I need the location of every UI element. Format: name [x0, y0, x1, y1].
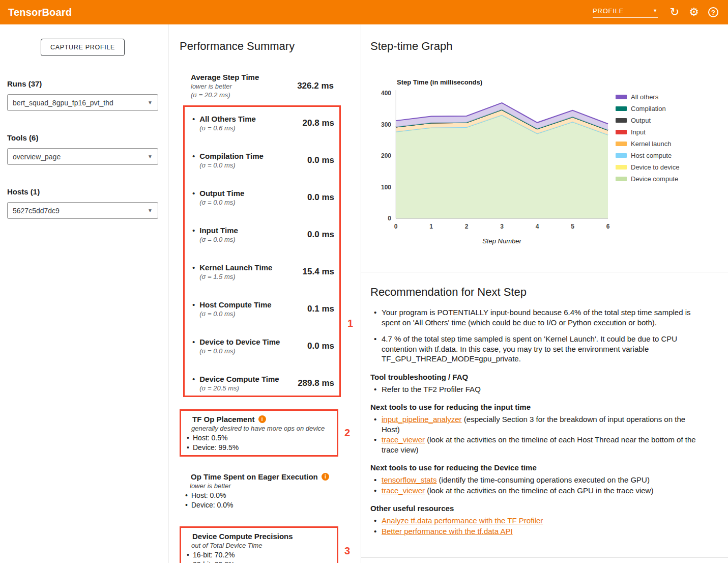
tf-op-placement-box: TF Op Placement i generally desired to h… [180, 409, 338, 457]
bullet: • [192, 114, 195, 132]
metric-row: • All Others Time (σ = 0.6 ms) 20.8 ms [191, 114, 334, 132]
metric-sigma: (σ = 20.2 ms) [191, 91, 259, 99]
metric-value: 0.0 ms [307, 341, 334, 351]
list-item: trace_viewer (look at the activities on … [370, 435, 705, 455]
metric-label: Input Time [199, 226, 238, 235]
performance-summary-panel: Performance Summary Average Step Time lo… [168, 24, 361, 563]
list-item: 32-bit: 29.8% [186, 560, 332, 563]
eager-execution-title: Op Time Spent on Eager Execution [191, 472, 318, 482]
info-icon[interactable]: i [322, 473, 329, 481]
legend-label: Compilation [631, 105, 666, 112]
metric-sigma: (σ = 0.0 ms) [199, 347, 280, 355]
legend-label: Host compute [631, 152, 672, 159]
tools-select[interactable]: overview_page ▼ [7, 148, 158, 165]
runs-label: Runs (37) [7, 79, 158, 88]
metric-list: • All Others Time (σ = 0.6 ms) 20.8 ms •… [191, 114, 334, 392]
metric-label: Output Time [199, 188, 244, 198]
device-precisions-note: out of Total Device Time [191, 541, 332, 550]
capture-profile-button[interactable]: CAPTURE PROFILE [41, 39, 125, 56]
recommendation-bullets: Your program is POTENTIALLY input-bound … [370, 307, 705, 364]
metric-label: Average Step Time [191, 72, 259, 82]
list-item: input_pipeline_analyzer (especially Sect… [370, 414, 705, 434]
recommendation-title: Recommendation for Next Step [370, 286, 705, 299]
link[interactable]: tensorflow_stats [382, 475, 436, 484]
legend-item: Input [616, 128, 679, 136]
list-item: Device: 0.0% [185, 500, 333, 510]
metric-label: Device Compute Time [199, 374, 279, 384]
dashboard-selector[interactable]: PROFILE ▼ [593, 7, 658, 18]
metric-sigma: (σ = 20.5 ms) [199, 384, 279, 392]
svg-text:400: 400 [381, 90, 391, 97]
tools-label: Tools (6) [7, 133, 158, 142]
svg-text:200: 200 [381, 152, 391, 159]
input-tools-list: input_pipeline_analyzer (especially Sect… [370, 414, 705, 455]
link[interactable]: input_pipeline_analyzer [382, 415, 462, 424]
runs-select-value: bert_squad_8gpu_fp16_pvt_thd [13, 99, 113, 107]
legend-item: Output [616, 117, 679, 124]
text: (look at the activities on the timeline … [382, 435, 696, 454]
metric-value: 20.8 ms [303, 118, 334, 128]
help-button[interactable]: ? [704, 3, 723, 22]
topbar: TensorBoard PROFILE ▼ ↻ ⚙ ? [0, 0, 728, 24]
help-icon: ? [708, 7, 718, 17]
step-time-graph-title: Step-time Graph [370, 40, 728, 53]
metric-value: 0.0 ms [307, 155, 334, 165]
chart-title: Step Time (in milliseconds) [397, 78, 728, 86]
legend-item: Host compute [616, 152, 679, 159]
legend-swatch [616, 142, 627, 146]
tf-op-placement-title: TF Op Placement [192, 414, 255, 424]
list-item: tensorflow_stats (identify the time-cons… [370, 475, 705, 485]
info-icon[interactable]: i [258, 415, 266, 423]
svg-text:0: 0 [388, 215, 391, 222]
bullet: • [192, 337, 195, 355]
reload-button[interactable]: ↻ [665, 3, 684, 22]
device-precisions-box: Device Compute Precisions out of Total D… [180, 526, 338, 563]
legend-label: All others [631, 93, 658, 101]
bullet: • [192, 300, 195, 318]
eager-execution-list: Host: 0.0%Device: 0.0% [185, 491, 333, 510]
legend-label: Output [631, 117, 651, 124]
metric-row: • Kernel Launch Time (σ = 1.5 ms) 15.4 m… [191, 263, 334, 281]
reload-icon: ↻ [670, 6, 679, 19]
faq-heading: Tool troubleshooting / FAQ [370, 373, 705, 381]
metric-row: • Output Time (σ = 0.0 ms) 0.0 ms [191, 188, 334, 207]
bullet: • [192, 226, 195, 244]
performance-summary-title: Performance Summary [180, 40, 353, 53]
runs-select[interactable]: bert_squad_8gpu_fp16_pvt_thd ▼ [7, 94, 158, 111]
metric-value: 0.1 ms [307, 304, 334, 314]
link[interactable]: trace_viewer [382, 486, 425, 495]
legend-item: Compilation [616, 105, 679, 112]
step-time-chart: 01002003004000123456Step Number [370, 86, 615, 246]
metric-sigma: (σ = 0.0 ms) [199, 235, 238, 244]
list-item: 16-bit: 70.2% [186, 550, 332, 560]
step-time-breakdown-box: • All Others Time (σ = 0.6 ms) 20.8 ms •… [183, 105, 341, 397]
main-panel: Step-time Graph Step Time (in millisecon… [361, 24, 728, 563]
annotation-1: 1 [347, 318, 353, 329]
svg-text:0: 0 [394, 223, 398, 230]
recommendation-bullet: Your program is POTENTIALLY input-bound … [370, 307, 705, 327]
settings-button[interactable]: ⚙ [684, 3, 704, 22]
legend-swatch [616, 95, 627, 99]
tf-op-placement-list: Host: 0.5%Device: 99.5% [186, 433, 332, 453]
link[interactable]: trace_viewer [382, 435, 425, 444]
svg-text:3: 3 [500, 223, 504, 230]
link[interactable]: Analyze tf.data performance with the TF … [382, 516, 543, 525]
step-time-graph-section: Step-time Graph Step Time (in millisecon… [361, 24, 728, 272]
average-step-time-row: Average Step Time lower is better (σ = 2… [191, 72, 334, 99]
svg-text:100: 100 [381, 184, 391, 191]
metric-row: • Compilation Time (σ = 0.0 ms) 0.0 ms [191, 151, 334, 170]
hosts-select[interactable]: 5627c5dd7dc9 ▼ [7, 202, 158, 219]
metric-row: • Device to Device Time (σ = 0.0 ms) 0.0… [191, 337, 334, 355]
list-item: Host: 0.0% [185, 491, 333, 500]
metric-row: • Host Compute Time (σ = 0.0 ms) 0.1 ms [191, 300, 334, 318]
bullet: • [192, 263, 195, 281]
hosts-select-value: 5627c5dd7dc9 [13, 207, 60, 215]
metric-label: All Others Time [199, 114, 256, 124]
sidebar: CAPTURE PROFILE Runs (37) bert_squad_8gp… [0, 24, 168, 563]
metric-sigma: (σ = 0.6 ms) [199, 124, 256, 132]
legend-label: Device to device [631, 163, 679, 171]
hosts-label: Hosts (1) [7, 187, 158, 196]
list-item: Refer to the TF2 Profiler FAQ [370, 384, 705, 395]
link[interactable]: Better performance with the tf.data API [382, 527, 513, 536]
device-tools-list: tensorflow_stats (identify the time-cons… [370, 475, 705, 495]
